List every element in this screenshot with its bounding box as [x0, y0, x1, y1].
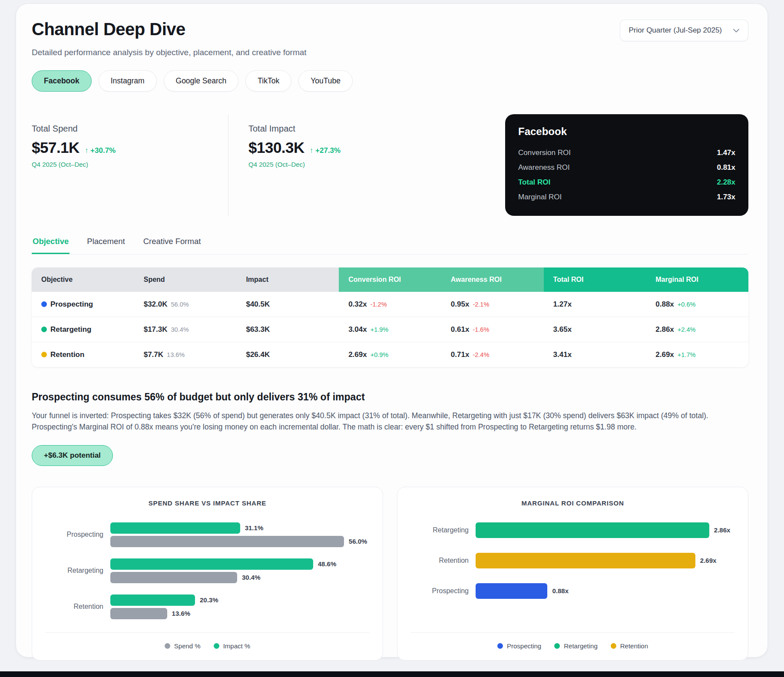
cell-value: 2.69x	[348, 350, 367, 359]
marginal-roi-chart: MARGINAL ROI COMPARISON Retargeting2.86x…	[397, 487, 748, 660]
bar-value-label: 31.1%	[245, 524, 264, 532]
category-label: Retargeting	[45, 567, 110, 575]
cell-delta: -2.1%	[473, 301, 489, 308]
channel-tab-tiktok[interactable]: TikTok	[245, 70, 291, 92]
cell-value: 2.86x	[655, 325, 674, 334]
trend-up-icon: ↑	[85, 146, 89, 155]
bar-stack: 2.69x	[476, 553, 735, 568]
cell-value: 3.04x	[348, 325, 367, 334]
page-subtitle: Detailed performance analysis by objecti…	[32, 48, 307, 57]
stat-total-spend: Total Spend $57.1K ↑ +30.7% Q4 2025 (Oct…	[32, 124, 228, 168]
bar-value-label: 13.6%	[172, 610, 191, 617]
stat-delta-value: +27.3%	[315, 146, 341, 155]
tab-objective[interactable]: Objective	[32, 237, 69, 254]
legend-label: Impact %	[223, 642, 251, 650]
legend-label: Prospecting	[507, 642, 541, 650]
table-cell-spend: $17.3K30.4%	[134, 317, 237, 342]
category-label: Retention	[410, 557, 476, 565]
bar-stack: 20.3%13.6%	[110, 594, 370, 619]
chart-bar	[476, 553, 695, 568]
chart-bars-area: Retargeting2.86xRetention2.69xProspectin…	[410, 522, 735, 614]
chart-bar	[110, 558, 313, 570]
bar-value-label: 30.4%	[242, 574, 261, 581]
objective-label: Prospecting	[50, 300, 93, 309]
legend-label: Retention	[620, 642, 648, 650]
column-header-awareness-roi: Awareness ROI	[441, 267, 544, 292]
cell-value: 0.95x	[451, 300, 470, 309]
legend-item-retargeting: Retargeting	[554, 642, 598, 650]
chart-group-retention: Retention2.69x	[410, 553, 735, 568]
cell-value: $26.4K	[246, 350, 270, 359]
potential-badge: +$6.3K potential	[32, 445, 113, 466]
chart-group-retention: Retention20.3%13.6%	[45, 594, 370, 619]
chart-bar	[110, 572, 237, 583]
table-body: Prospecting$32.0K56.0%$40.5K0.32x-1.2%0.…	[32, 292, 748, 367]
table-row: Retention$7.7K13.6%$26.4K2.69x+0.9%0.71x…	[32, 342, 748, 367]
roi-row-conversion-roi: Conversion ROI1.47x	[518, 145, 735, 160]
title-block: Channel Deep Dive Detailed performance a…	[32, 20, 307, 57]
chart-group-prospecting: Prospecting0.88x	[410, 583, 735, 599]
stat-delta-value: +30.7%	[90, 146, 116, 155]
cell-value: $7.7K	[144, 350, 163, 359]
chart-group-retargeting: Retargeting2.86x	[410, 522, 735, 538]
roi-card-title: Facebook	[518, 125, 735, 138]
cell-delta: +0.9%	[370, 351, 389, 358]
stat-total-impact: Total Impact $130.3K ↑ +27.3% Q4 2025 (O…	[228, 124, 341, 168]
view-tabs: ObjectivePlacementCreative Format	[32, 237, 748, 254]
cell-value: $32.0K	[144, 300, 168, 309]
roi-label: Marginal ROI	[518, 193, 562, 201]
insight-body: Your funnel is inverted: Prospecting tak…	[32, 410, 744, 433]
channel-tab-instagram[interactable]: Instagram	[99, 70, 157, 92]
cell-delta: 56.0%	[171, 301, 189, 308]
bar-row: 48.6%	[110, 558, 370, 570]
chart-group-prospecting: Prospecting31.1%56.0%	[45, 522, 370, 547]
cell-value: $63.3K	[246, 325, 270, 334]
period-selector[interactable]: Prior Quarter (Jul-Sep 2025)	[620, 20, 748, 41]
tab-creative-format[interactable]: Creative Format	[142, 237, 202, 254]
objective-dot	[41, 327, 47, 332]
cell-value: 2.69x	[655, 350, 674, 359]
table-cell-total-roi: 3.41x	[544, 342, 646, 367]
table-cell-marginal-roi: 2.86x+2.4%	[646, 317, 748, 342]
legend-dot	[497, 643, 503, 649]
bar-value-label: 0.88x	[552, 587, 569, 594]
charts-row: SPEND SHARE VS IMPACT SHARE Prospecting3…	[32, 487, 748, 660]
cell-value: $17.3K	[144, 325, 168, 334]
cell-delta: +1.9%	[370, 326, 389, 333]
table-row: Prospecting$32.0K56.0%$40.5K0.32x-1.2%0.…	[32, 292, 748, 317]
bar-value-label: 56.0%	[349, 538, 367, 545]
cell-delta: +1.7%	[678, 351, 696, 358]
legend-dot	[214, 643, 219, 649]
spend-vs-impact-chart: SPEND SHARE VS IMPACT SHARE Prospecting3…	[32, 487, 383, 660]
stat-period: Q4 2025 (Oct–Dec)	[32, 161, 228, 168]
table-cell-impact: $63.3K	[236, 317, 339, 342]
cell-delta: -1.6%	[473, 326, 489, 333]
chart-bar	[110, 594, 195, 606]
table-cell-impact: $26.4K	[236, 342, 339, 367]
bar-value-label: 20.3%	[200, 596, 218, 604]
chart-bar	[110, 522, 240, 534]
cell-value: $40.5K	[246, 300, 270, 309]
channel-tab-google-search[interactable]: Google Search	[164, 70, 239, 92]
chevron-down-icon	[733, 29, 739, 33]
chart-bar	[110, 608, 167, 619]
column-header-impact: Impact	[236, 267, 339, 292]
chart-title: MARGINAL ROI COMPARISON	[410, 499, 735, 507]
roi-row-marginal-roi: Marginal ROI1.73x	[518, 190, 735, 205]
chart-bar	[110, 536, 344, 547]
channel-tab-facebook[interactable]: Facebook	[32, 70, 92, 92]
stat-value: $57.1K	[32, 139, 79, 156]
channel-tab-youtube[interactable]: YouTube	[298, 70, 353, 92]
roi-value: 0.81x	[717, 163, 735, 172]
tab-placement[interactable]: Placement	[86, 237, 126, 254]
table-cell-conversion-roi: 2.69x+0.9%	[339, 342, 441, 367]
table-cell-objective: Retargeting	[32, 317, 134, 342]
objective-table: ObjectiveSpendImpactConversion ROIAwaren…	[32, 267, 748, 367]
cell-delta: 13.6%	[167, 351, 185, 358]
table-cell-spend: $32.0K56.0%	[134, 292, 237, 317]
chart-legend: ProspectingRetargetingRetention	[410, 632, 735, 650]
legend-dot	[165, 643, 170, 649]
stat-label: Total Impact	[248, 124, 341, 134]
bar-stack: 2.86x	[476, 522, 735, 538]
legend-dot	[554, 643, 560, 649]
